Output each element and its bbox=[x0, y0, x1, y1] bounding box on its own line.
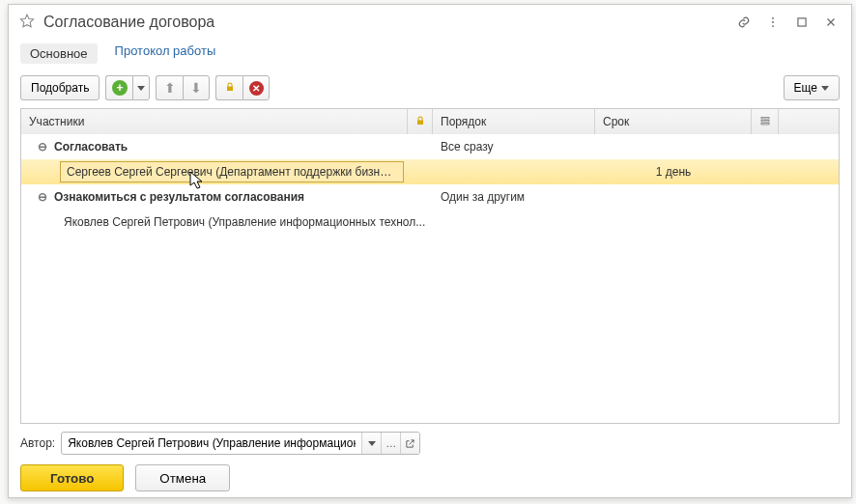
term-value: 1 день bbox=[595, 159, 752, 184]
arrow-down-icon: ⬇ bbox=[190, 80, 202, 96]
lock-delete-group: ✕ bbox=[215, 75, 270, 100]
kebab-menu-icon[interactable] bbox=[762, 12, 784, 33]
col-extra-icon[interactable] bbox=[752, 109, 779, 134]
more-button[interactable]: Еще bbox=[784, 75, 840, 100]
plus-circle-icon: + bbox=[112, 80, 128, 96]
close-icon[interactable] bbox=[820, 12, 842, 33]
author-combo: … bbox=[61, 432, 420, 455]
participant-row-selected[interactable]: Сергеев Сергей Сергеевич (Департамент по… bbox=[21, 159, 839, 184]
author-label: Автор: bbox=[20, 436, 55, 450]
group-row-review[interactable]: ⊖ Ознакомиться с результатом согласовани… bbox=[21, 184, 839, 210]
col-term[interactable]: Срок bbox=[595, 109, 752, 134]
arrow-up-icon: ⬆ bbox=[164, 80, 176, 96]
participants-table: Участники Порядок Срок ⊖ Согласовать bbox=[20, 108, 840, 424]
svg-rect-3 bbox=[798, 18, 806, 26]
add-group: + bbox=[105, 75, 150, 100]
author-dropdown-btn[interactable] bbox=[361, 433, 381, 454]
expander-minus-icon[interactable]: ⊖ bbox=[37, 141, 48, 153]
group-row-approve[interactable]: ⊖ Согласовать Все сразу bbox=[21, 134, 839, 159]
add-button[interactable]: + bbox=[105, 75, 132, 100]
titlebar: Согласование договора bbox=[9, 5, 851, 40]
chevron-down-icon bbox=[368, 441, 376, 446]
order-value: Один за другим bbox=[433, 184, 595, 210]
cancel-button[interactable]: Отмена bbox=[135, 464, 230, 491]
dialog-window: Согласование договора Основное Протокол … bbox=[8, 4, 852, 498]
col-participants[interactable]: Участники bbox=[21, 109, 408, 134]
delete-x-icon: ✕ bbox=[249, 81, 264, 96]
move-down-button[interactable]: ⬇ bbox=[183, 75, 210, 100]
author-ellipsis-btn[interactable]: … bbox=[381, 433, 400, 454]
participant-row[interactable]: Яковлев Сергей Петрович (Управление инфо… bbox=[21, 210, 839, 235]
done-button[interactable]: Готово bbox=[20, 464, 124, 491]
lock-button[interactable] bbox=[215, 75, 243, 100]
actions-row: Готово Отмена bbox=[20, 464, 840, 491]
link-icon[interactable] bbox=[733, 12, 755, 33]
maximize-icon[interactable] bbox=[791, 12, 813, 33]
participant-name: Сергеев Сергей Сергеевич (Департамент по… bbox=[67, 165, 397, 179]
col-extra-blank bbox=[779, 109, 839, 134]
participant-name: Яковлев Сергей Петрович (Управление инфо… bbox=[64, 215, 425, 229]
group-name: Согласовать bbox=[54, 140, 128, 154]
add-dropdown[interactable] bbox=[132, 75, 150, 100]
svg-point-2 bbox=[772, 25, 774, 27]
svg-point-1 bbox=[772, 21, 774, 23]
delete-button[interactable]: ✕ bbox=[243, 75, 270, 100]
chevron-down-icon bbox=[821, 86, 829, 91]
tab-main[interactable]: Основное bbox=[20, 43, 98, 64]
tab-protocol[interactable]: Протокол работы bbox=[115, 43, 216, 64]
more-label: Еще bbox=[794, 81, 817, 95]
author-open-btn[interactable] bbox=[400, 433, 419, 454]
expander-minus-icon[interactable]: ⊖ bbox=[37, 191, 48, 203]
chevron-down-icon bbox=[137, 86, 145, 91]
author-input[interactable] bbox=[62, 436, 361, 450]
author-row: Автор: … bbox=[20, 432, 840, 455]
move-group: ⬆ ⬇ bbox=[156, 75, 210, 100]
svg-rect-5 bbox=[761, 120, 769, 122]
footer: Автор: … Готово Отмена bbox=[9, 424, 851, 497]
svg-point-0 bbox=[772, 17, 774, 19]
selected-cell: Сергеев Сергей Сергеевич (Департамент по… bbox=[60, 161, 404, 182]
col-order[interactable]: Порядок bbox=[433, 109, 595, 134]
window-title: Согласование договора bbox=[43, 14, 726, 31]
table-header: Участники Порядок Срок bbox=[21, 109, 839, 134]
col-lock[interactable] bbox=[408, 109, 433, 134]
toolbar: Подобрать + ⬆ ⬇ ✕ bbox=[9, 71, 851, 108]
lock-icon bbox=[224, 81, 236, 96]
svg-rect-6 bbox=[761, 123, 769, 125]
list-icon bbox=[759, 115, 771, 129]
order-value: Все сразу bbox=[433, 134, 595, 159]
table-body: ⊖ Согласовать Все сразу Сергеев Сергей С… bbox=[21, 134, 839, 423]
group-name: Ознакомиться с результатом согласования bbox=[54, 190, 304, 204]
favorite-star-icon[interactable] bbox=[18, 13, 36, 33]
tabs: Основное Протокол работы bbox=[9, 40, 851, 71]
svg-rect-4 bbox=[761, 117, 769, 119]
lock-icon bbox=[414, 115, 426, 129]
move-up-button[interactable]: ⬆ bbox=[156, 75, 183, 100]
pick-button[interactable]: Подобрать bbox=[20, 75, 100, 100]
